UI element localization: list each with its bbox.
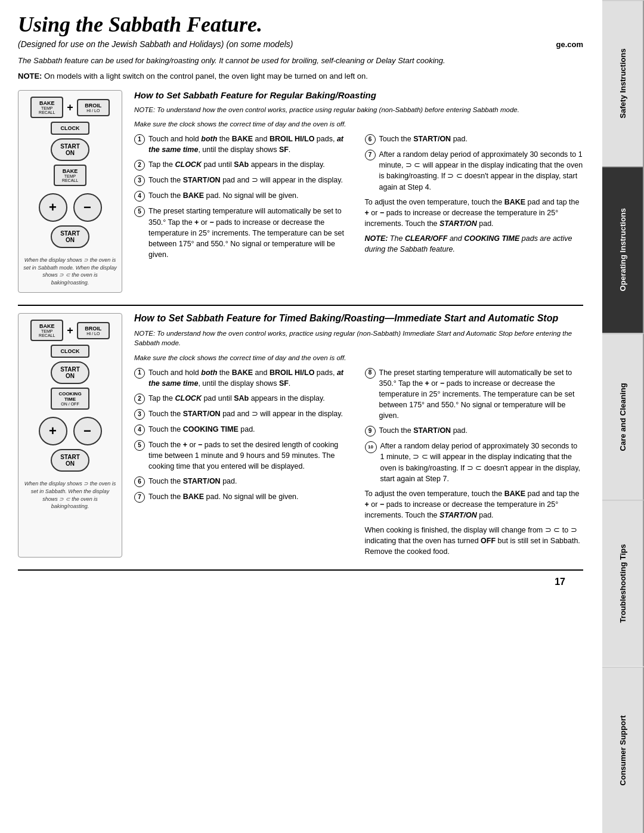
step-1-7: 7 After a random delay period of approxi… <box>365 149 584 193</box>
section1-title: How to Set Sabbath Feature for Regular B… <box>134 90 583 100</box>
step-content-2: Tap the CLOCK pad until SAb appears in t… <box>148 159 353 171</box>
step-2-10: 10 After a random delay period of approx… <box>365 441 584 484</box>
plus-large-btn-2: + <box>39 417 67 445</box>
step-content-5: The preset starting temperature will aut… <box>148 206 353 260</box>
step-content-4: Touch the BAKE pad. No signal will be gi… <box>148 190 353 202</box>
steps-list-right-2: 8 The preset starting temperature will a… <box>365 367 584 484</box>
section1: BAKETEMPRECALL + BROILHI / LO CLOCK STAR… <box>18 90 583 293</box>
step2-num-10: 10 <box>365 441 377 453</box>
broil-hilo-pad-2: BROILHI / LO <box>77 322 110 339</box>
step-num-2: 2 <box>134 160 145 171</box>
large-buttons-row-1: + − <box>39 193 102 222</box>
step-num-5: 5 <box>134 206 145 217</box>
sidebar-tab-troubleshooting: Troubleshooting Tips <box>602 500 644 666</box>
broil-hilo-pad-1: BROILHI / LO <box>77 99 110 116</box>
adjust-text-1: To adjust the oven temperature, touch th… <box>365 197 584 229</box>
bake-temp-recall-pad-2: BAKETEMPRECALL <box>54 165 86 186</box>
step-1-6: 6 Touch the START/ON pad. <box>365 134 584 145</box>
start-on-pad-3: STARTON <box>51 361 89 384</box>
panel-row-3: STARTON <box>23 138 117 161</box>
step-1-4: 4 Touch the BAKE pad. No signal will be … <box>134 190 353 202</box>
panel-row-4: BAKETEMPRECALL <box>23 165 117 186</box>
start-on-pad-2: STARTON <box>51 225 89 248</box>
subtitle-row: (Designed for use on the Jewish Sabbath … <box>18 39 583 49</box>
step-2-8: 8 The preset starting temperature will a… <box>365 367 584 422</box>
panel2-row-3: STARTON <box>23 361 117 384</box>
instructions-col-2: How to Set Sabbath Feature for Timed Bak… <box>134 313 583 557</box>
step-num-6: 6 <box>365 134 376 145</box>
main-note-text: On models with a light switch on the con… <box>44 72 368 80</box>
start-on-pad-4: STARTON <box>51 449 89 472</box>
section2-title: How to Set Sabbath Feature for Timed Bak… <box>134 313 583 324</box>
steps-list-2: 1 Touch and hold both the BAKE and BROIL… <box>134 367 353 503</box>
step-2-7: 7 Touch the BAKE pad. No signal will be … <box>134 491 353 503</box>
sidebar-tab-operating: Operating Instructions <box>602 166 644 333</box>
step2-content-9: Touch the START/ON pad. <box>379 425 584 436</box>
website: ge.com <box>556 40 583 49</box>
step-2-4: 4 Touch the COOKING TIME pad. <box>134 424 353 435</box>
step2-num-5: 5 <box>134 440 145 451</box>
step2-content-8: The preset starting temperature will aut… <box>379 367 584 422</box>
right-sidebar: Safety Instructions Operating Instructio… <box>602 0 644 833</box>
step-num-3: 3 <box>134 175 145 186</box>
finish-text-2: When cooking is finished, the display wi… <box>365 525 584 557</box>
panel2-row-5: STARTON <box>23 449 117 472</box>
sidebar-tab-care: Care and Cleaning <box>602 333 644 500</box>
step-num-1: 1 <box>134 134 145 145</box>
instructions-col-1: How to Set Sabbath Feature for Regular B… <box>134 90 583 293</box>
minus-large-btn-2: − <box>73 417 102 445</box>
step2-content-7: Touch the BAKE pad. No signal will be gi… <box>148 491 353 503</box>
clock-pad-2: CLOCK <box>51 345 89 358</box>
clock-pad-1: CLOCK <box>51 122 89 135</box>
plus-icon-2: + <box>67 324 73 337</box>
step-1-3: 3 Touch the START/ON pad and ⊃ will appe… <box>134 175 353 186</box>
note-clear-off-1: NOTE: The CLEAR/OFF and COOKING TIME pad… <box>365 233 584 255</box>
plus-large-btn-1: + <box>39 193 67 222</box>
main-note: NOTE: On models with a light switch on t… <box>18 70 583 82</box>
section1-note1: NOTE: To understand how the oven control… <box>134 105 583 114</box>
step-2-3: 3 Touch the START/ON pad and ⊃ will appe… <box>134 408 353 420</box>
bake-temp-recall-pad-1: BAKETEMPRECALL <box>30 97 63 118</box>
bake-temp-recall-pad-3: BAKETEMPRECALL <box>30 320 63 341</box>
step2-num-6: 6 <box>134 476 145 487</box>
step-num-7: 7 <box>365 150 376 160</box>
step-content-6: Touch the START/ON pad. <box>379 134 584 145</box>
step2-num-8: 8 <box>365 368 376 379</box>
step2-content-10: After a random delay period of approxima… <box>380 441 584 484</box>
panel2-row-4: COOKINGTIMEON / OFF <box>23 388 117 410</box>
panel-row-5: STARTON <box>23 225 117 248</box>
steps-list-1: 1 Touch and hold both the BAKE and BROIL… <box>134 134 353 260</box>
intro-text: The Sabbath feature can be used for baki… <box>18 55 583 67</box>
steps-left-2: 1 Touch and hold both the BAKE and BROIL… <box>134 367 353 558</box>
step2-content-5: Touch the + or − pads to set the desired… <box>148 439 353 472</box>
step-2-2: 2 Tap the CLOCK pad until SAb appears in… <box>134 393 353 404</box>
steps-left-1: 1 Touch and hold both the BAKE and BROIL… <box>134 134 353 264</box>
step-1-5: 5 The preset starting temperature will a… <box>134 206 353 260</box>
panel-caption-1: When the display shows ⊃ the oven is set… <box>23 256 117 286</box>
large-buttons-row-2: + − <box>39 417 102 445</box>
steps-right-1: 6 Touch the START/ON pad. 7 After a rand… <box>365 134 584 264</box>
step2-num-1: 1 <box>134 368 145 379</box>
section2-note2: Make sure the clock shows the correct ti… <box>134 353 583 363</box>
step2-num-2: 2 <box>134 394 145 404</box>
section2-note1: NOTE: To understand how the oven control… <box>134 329 583 348</box>
step-1-2: 2 Tap the CLOCK pad until SAb appears in… <box>134 159 353 171</box>
panel-caption-2: When the display shows ⊃ the oven is set… <box>23 480 117 510</box>
step2-content-6: Touch the START/ON pad. <box>148 476 353 487</box>
control-panel-2: BAKETEMPRECALL + BROILHI / LO CLOCK STAR… <box>18 313 122 557</box>
step2-num-7: 7 <box>134 492 145 503</box>
step2-num-9: 9 <box>365 426 376 436</box>
cooking-time-pad: COOKINGTIMEON / OFF <box>51 388 89 410</box>
plus-icon-1: + <box>67 101 73 114</box>
step-2-5: 5 Touch the + or − pads to set the desir… <box>134 439 353 472</box>
section1-note2: Make sure the clock shows the correct ti… <box>134 119 583 129</box>
panel-row-1: BAKETEMPRECALL + BROILHI / LO <box>23 97 117 118</box>
two-col-steps-1: 1 Touch and hold both the BAKE and BROIL… <box>134 134 583 264</box>
adjust-text-2: To adjust the oven temperature, touch th… <box>365 488 584 521</box>
page-number: 17 <box>18 569 583 593</box>
control-panel-1: BAKETEMPRECALL + BROILHI / LO CLOCK STAR… <box>18 90 122 293</box>
steps-list-right-1: 6 Touch the START/ON pad. 7 After a rand… <box>365 134 584 193</box>
step-2-1: 1 Touch and hold both the BAKE and BROIL… <box>134 367 353 389</box>
step-2-6: 6 Touch the START/ON pad. <box>134 476 353 487</box>
step-content-7: After a random delay period of approxima… <box>379 149 584 193</box>
